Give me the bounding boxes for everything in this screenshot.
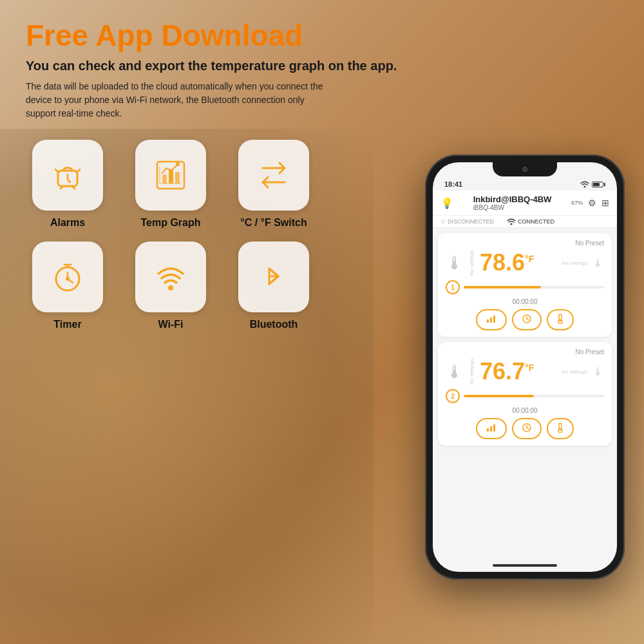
probe-2-therm-right-icon: 🌡	[592, 365, 604, 379]
svg-point-19	[66, 277, 70, 281]
probe-2-thermometer-icon: 🌡	[446, 361, 464, 383]
device-model: iBBQ-4BW	[473, 204, 552, 211]
star-icon: ☆	[440, 218, 446, 225]
probe-2-no-settings-left: No settings	[469, 359, 475, 384]
status-right	[580, 181, 605, 187]
app-header-icons: 67% ⚙ ⊞	[571, 198, 609, 208]
probe-2-graph-btn[interactable]	[476, 418, 507, 439]
probe-1-temperature: 78.6°F	[480, 249, 534, 276]
probe-1-number: 1	[446, 280, 460, 294]
connected-label: CONNECTED	[518, 218, 554, 225]
probe-2-progress-row: 2	[446, 389, 604, 403]
phone-notch	[493, 162, 557, 176]
gear-icon[interactable]: ⚙	[588, 198, 596, 208]
therm-btn-icon-2	[557, 422, 564, 433]
probe-1-progress-fill	[464, 286, 541, 289]
bluetooth-icon-box	[238, 242, 309, 312]
wifi-icon	[152, 258, 189, 296]
probe-2-buttons	[446, 418, 604, 439]
probe-1-time: 00:00:00	[446, 298, 604, 305]
disconnected-label: DISCONNECTED	[448, 218, 494, 225]
probe-2-body: 🌡 No settings 76.7°F No settings 🌡	[446, 358, 604, 385]
svg-rect-23	[487, 319, 489, 323]
alarm-label: Alarms	[50, 217, 85, 229]
feature-timer: Timer	[26, 242, 109, 330]
probe-2-temp-btn[interactable]	[547, 418, 574, 439]
feature-temp-graph: Temp Graph	[129, 140, 213, 229]
probe-1-no-settings-left: No settings	[469, 250, 475, 276]
probe-1-header: No Preset	[446, 240, 604, 247]
alarm-btn-icon	[522, 314, 531, 323]
page-headline: Free App Download	[26, 19, 618, 52]
bluetooth-label: Bluetooth	[250, 319, 298, 330]
alarm-btn-icon-2	[522, 423, 531, 432]
probe-1-progress-bar	[464, 286, 604, 289]
probe-1-card: No Preset 🌡 No settings 78.6°F No settin…	[438, 233, 612, 337]
svg-rect-32	[487, 428, 489, 431]
bluetooth-icon	[255, 258, 292, 296]
phone-mockup: 18:41	[425, 155, 625, 580]
feature-bluetooth: Bluetooth	[232, 242, 316, 330]
svg-rect-12	[175, 172, 180, 184]
status-time: 18:41	[444, 180, 462, 188]
phone-outer: 18:41	[425, 155, 625, 580]
probe-2-progress-bar	[464, 395, 604, 397]
temp-graph-icon-box	[135, 140, 206, 211]
svg-rect-29	[559, 314, 562, 320]
alarm-icon-box	[32, 140, 103, 211]
probe-1-preset: No Preset	[576, 240, 604, 247]
temp-switch-label: °C / °F Switch	[240, 217, 307, 229]
probe-1-body: 🌡 No settings 78.6°F No settings 🌡	[446, 249, 604, 276]
grid-icon[interactable]: ⊞	[601, 198, 609, 208]
probe-2-progress-fill	[464, 395, 534, 397]
graph-icon	[486, 316, 497, 323]
page-subheadline: You can check and export the temperature…	[26, 59, 618, 73]
svg-rect-33	[490, 426, 492, 431]
temp-switch-icon-box	[238, 140, 309, 211]
phone-screen: 18:41	[433, 162, 617, 572]
bulb-icon: 💡	[440, 197, 453, 209]
timer-label: Timer	[53, 319, 81, 330]
device-name: Inkbird@IBBQ-4BW	[473, 194, 552, 204]
svg-rect-25	[493, 316, 495, 323]
probe-1-buttons	[446, 309, 604, 330]
probe-1-alarm-btn[interactable]	[512, 309, 542, 330]
wifi-icon-box	[135, 242, 206, 312]
probe-2-alarm-btn[interactable]	[512, 418, 542, 439]
app-header: 💡 Inkbird@IBBQ-4BW iBBQ-4BW 67% ⚙ ⊞	[433, 191, 617, 216]
status-battery-icon	[592, 182, 605, 187]
probe-2-temp-area: 76.7°F	[480, 358, 556, 385]
probe-2-no-settings-right: No settings	[562, 369, 587, 375]
svg-point-20	[168, 285, 173, 290]
temp-graph-label: Temp Graph	[140, 217, 200, 229]
probe-1-therm-right-icon: 🌡	[592, 256, 604, 270]
svg-point-21	[584, 186, 586, 188]
svg-rect-10	[162, 175, 167, 184]
disconnected-status: ☆ DISCONNECTED	[440, 218, 494, 225]
svg-rect-38	[559, 423, 562, 429]
svg-point-13	[176, 162, 180, 166]
alarm-icon	[49, 156, 86, 194]
probe-1-progress-row: 1	[446, 280, 604, 294]
svg-line-3	[55, 169, 58, 172]
status-wifi-icon	[580, 181, 589, 187]
svg-line-28	[527, 319, 529, 320]
connected-status: CONNECTED	[507, 218, 554, 225]
feature-temp-switch: °C / °F Switch	[232, 140, 316, 229]
svg-line-4	[77, 169, 80, 172]
therm-btn-icon	[557, 314, 564, 324]
probe-1-graph-btn[interactable]	[476, 309, 507, 330]
svg-line-37	[527, 428, 529, 429]
svg-rect-11	[169, 169, 173, 184]
probe-1-temp-btn[interactable]	[547, 309, 574, 330]
probe-1-temp-area: 78.6°F	[480, 249, 556, 276]
svg-rect-24	[490, 317, 492, 323]
svg-line-2	[68, 180, 70, 182]
app-title-area: Inkbird@IBBQ-4BW iBBQ-4BW	[473, 194, 552, 211]
probe-2-preset: No Preset	[576, 348, 604, 355]
probe-2-number: 2	[446, 389, 460, 403]
battery-percent: 67%	[571, 200, 583, 206]
feature-alarms: Alarms	[26, 140, 109, 229]
wifi-label: Wi-Fi	[158, 319, 184, 330]
probe-1-no-settings-right: No settings	[562, 260, 587, 266]
